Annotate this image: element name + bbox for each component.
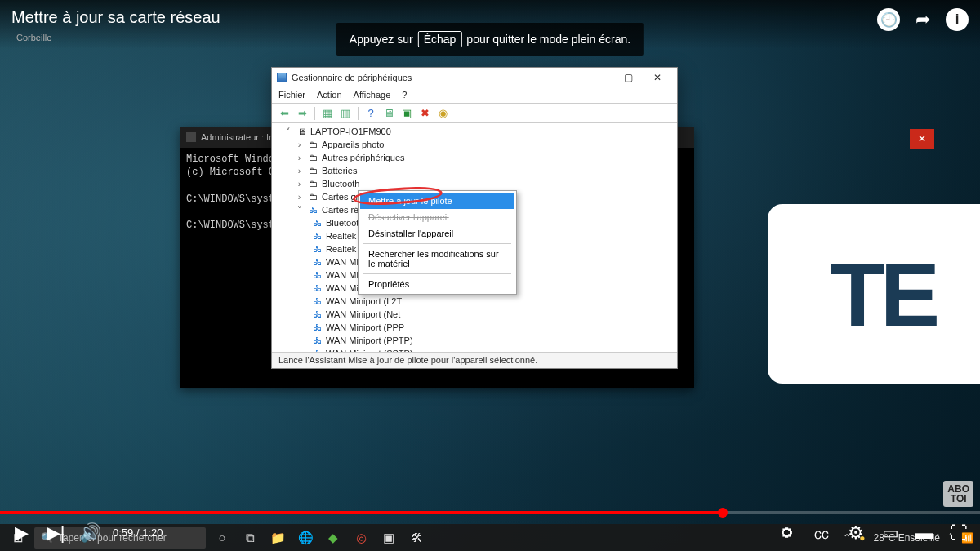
escape-key: Échap — [418, 31, 462, 47]
device-manager-title: Gestionnaire de périphériques — [292, 73, 412, 82]
device-manager-titlebar[interactable]: Gestionnaire de périphériques — ▢ ✕ — [272, 68, 677, 87]
watch-later-icon[interactable]: 🕘 — [877, 8, 900, 31]
maximize-button[interactable]: ▢ — [613, 69, 643, 87]
video-time: 0:59 / 1:20 — [113, 527, 163, 539]
tree-category[interactable]: ›🗀Autres périphériques — [283, 151, 670, 164]
tree-category[interactable]: ›🗀Bluetooth — [283, 177, 670, 190]
enable-icon[interactable]: ◉ — [435, 106, 450, 121]
device-manager-toolbar: ⬅ ➡ ▦ ▥ ? 🖥 ▣ ✖ ◉ — [272, 104, 677, 123]
terminal-icon — [186, 132, 196, 142]
menu-file[interactable]: Fichier — [278, 90, 305, 100]
context-menu: Mettre à jour le pilote Désactiver l'app… — [358, 190, 517, 295]
settings-button[interactable]: ⚙ — [844, 522, 867, 544]
next-button[interactable]: ▶| — [44, 522, 67, 544]
device-manager-icon — [277, 73, 287, 82]
background-card: TE — [768, 204, 980, 384]
background-card-text: TE — [830, 242, 935, 346]
minimize-button[interactable]: — — [584, 69, 613, 87]
play-button[interactable]: ▶ — [10, 522, 33, 544]
autoplay-toggle[interactable]: ⭘ — [776, 522, 799, 544]
close-button[interactable]: ✕ — [643, 69, 672, 87]
tree-root[interactable]: ˅🖥 LAPTOP-IO1FM900 — [283, 125, 670, 138]
device-manager-statusbar: Lance l'Assistant Mise à jour de pilote … — [272, 352, 677, 368]
tree-device[interactable]: 🖧WAN Miniport (Net — [283, 308, 670, 321]
view-icon[interactable]: ▦ — [320, 106, 335, 121]
fullscreen-button[interactable]: ⛶ — [947, 522, 970, 544]
menu-action[interactable]: Action — [317, 90, 342, 100]
video-controls: ▶ ▶| 🔊 0:59 / 1:20 ⭘ ㏄ ⚙ ▭ ▬ ⛶ — [0, 514, 980, 551]
remove-icon[interactable]: ✖ — [417, 106, 432, 121]
command-prompt-close-button[interactable]: ✕ — [910, 129, 934, 149]
tree-device[interactable]: 🖧WAN Miniport (PPTP) — [283, 334, 670, 347]
ctx-properties[interactable]: Propriétés — [360, 276, 514, 292]
ctx-separator — [363, 243, 511, 244]
theater-button[interactable]: ▬ — [913, 522, 936, 544]
fullscreen-hint: Appuyez sur Échap pour quitter le mode p… — [336, 23, 644, 56]
tree-category[interactable]: ›🗀Batteries — [283, 164, 670, 177]
tree-category[interactable]: ›🗀Appareils photo — [283, 138, 670, 151]
tree-device[interactable]: 🖧WAN Miniport (L2T — [283, 295, 670, 308]
scan-devices-icon[interactable]: 🖥 — [381, 106, 396, 121]
back-icon[interactable]: ⬅ — [277, 106, 292, 121]
view2-icon[interactable]: ▥ — [338, 106, 353, 121]
share-icon[interactable]: ➦ — [911, 8, 934, 31]
monitor-icon[interactable]: ▣ — [399, 106, 414, 121]
captions-button[interactable]: ㏄ — [810, 521, 833, 545]
forward-icon[interactable]: ➡ — [295, 106, 310, 121]
video-frame: TE Administrateur : Invite Microsoft Win… — [0, 0, 980, 551]
menu-view[interactable]: Affichage — [354, 90, 391, 100]
info-icon[interactable]: i — [946, 8, 969, 31]
ctx-uninstall-device[interactable]: Désinstaller l'appareil — [360, 225, 514, 242]
menu-help[interactable]: ? — [402, 90, 407, 100]
ctx-disable-device[interactable]: Désactiver l'appareil — [360, 209, 514, 225]
help-icon[interactable]: ? — [363, 106, 378, 121]
volume-button[interactable]: 🔊 — [78, 522, 101, 544]
miniplayer-button[interactable]: ▭ — [879, 522, 902, 544]
channel-watermark[interactable]: ABO TOI — [943, 481, 973, 507]
ctx-separator — [363, 273, 511, 274]
ctx-scan-hardware[interactable]: Rechercher les modifications sur le maté… — [360, 246, 514, 272]
tree-device[interactable]: 🖧WAN Miniport (PPP — [283, 321, 670, 334]
device-manager-menubar: Fichier Action Affichage ? — [272, 87, 677, 104]
